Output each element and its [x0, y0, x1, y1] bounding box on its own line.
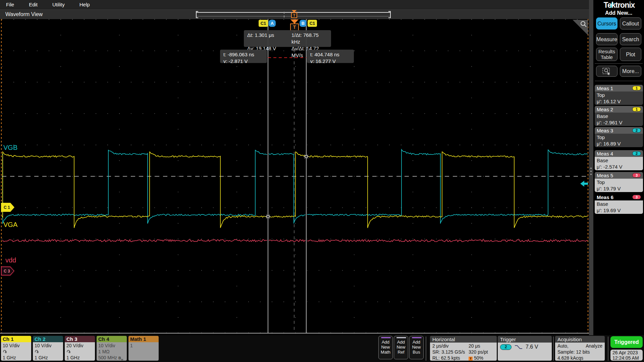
meas-2-chip[interactable]: Meas 21 Baseμ': -2.961 V	[595, 106, 643, 126]
add-new-ref-button[interactable]: Add New Ref	[394, 336, 408, 359]
channel-3-badge[interactable]: Ch 3 20 V/div 1 GHz	[65, 336, 95, 361]
divider-drag-handle[interactable]	[590, 168, 592, 175]
waveform-canvas	[0, 19, 589, 333]
meas-4-chip[interactable]: Meas 42 Baseμ': -2.574 V	[595, 150, 643, 170]
add-new-bus-button[interactable]: Add New Bus	[409, 336, 424, 359]
channel-2-badge[interactable]: Ch 2 10 V/div 1 GHz	[33, 336, 63, 361]
cursor-a-source-badge[interactable]: C1	[259, 20, 268, 27]
menu-bar: File Edit Utility Help	[0, 0, 589, 9]
panel-divider	[589, 0, 593, 335]
add-new-heading: Add New...	[593, 10, 644, 16]
inverse-delta-t: 1/Δt: 768.75 kHz	[291, 32, 328, 45]
trigger-panel[interactable]: Trigger 2 7.6 V	[498, 336, 552, 361]
zoom-select-icon	[602, 68, 611, 75]
probe-icon	[35, 349, 39, 353]
magnifier-icon	[580, 20, 587, 28]
meas-5-chip[interactable]: Meas 53 Topμ': 19.79 V	[595, 172, 643, 192]
meas-1-source-badge: 1	[632, 86, 641, 90]
trace-label-vdd: vdd	[5, 256, 16, 264]
trigger-level-value: 7.6 V	[526, 344, 538, 350]
cursor-b-voltage: v: 16.277 V	[310, 58, 351, 65]
trigger-source-badge: 2	[500, 344, 512, 350]
datetime-chip: 26 Apr 2023 12:24:05 AM	[610, 350, 643, 361]
meas-6-chip[interactable]: Meas 63 Baseμ': 19.69 V	[595, 194, 643, 214]
results-table-button[interactable]: Results Table	[596, 48, 618, 61]
callout-button[interactable]: Callout	[620, 17, 641, 29]
ruler-trigger-marker[interactable]: T	[291, 10, 298, 19]
tektronix-logo: Tektronix	[596, 1, 642, 9]
ch3-handle-badge[interactable]: C 3	[1, 266, 14, 276]
cursor-a-readout: t: -896.063 ns v: -2.871 V	[220, 50, 267, 63]
add-new-math-button[interactable]: Add New Math	[378, 336, 393, 359]
meas-3-chip[interactable]: Meas 32 Topμ': 16.89 V	[595, 127, 643, 147]
oscilloscope-app: File Edit Utility Help Waveform View T T…	[0, 0, 644, 362]
cursor-a-voltage: v: -2.871 V	[223, 58, 264, 65]
delta-t: Δt: 1.301 μs	[247, 32, 287, 45]
ruler-cursor-a-mark	[284, 12, 284, 17]
trace-label-vgb: VGB	[3, 144, 17, 152]
meas-3-source-badge: 2	[632, 128, 641, 133]
probe-icon	[3, 349, 7, 353]
ch1-handle-badge[interactable]: C 1	[1, 203, 14, 212]
meas-4-source-badge: 2	[632, 151, 641, 156]
ruler-right-bracket	[388, 11, 391, 18]
meas-5-source-badge: 3	[632, 173, 641, 178]
probe-icon	[66, 349, 71, 353]
right-sidebar: Tektronix Add New... Cursors Callout Mea…	[593, 0, 644, 362]
date-label: 26 Apr 2023	[612, 350, 643, 355]
plot-bottom-separator	[0, 333, 589, 334]
cursors-button[interactable]: Cursors	[596, 17, 618, 29]
meas-6-source-badge: 3	[632, 195, 641, 199]
plot-button[interactable]: Plot	[620, 48, 641, 61]
cursor-b-badge[interactable]: B	[300, 20, 307, 27]
cursor-delta-readout: Δt: 1.301 μs 1/Δt: 768.75 kHz Δv: 19.148…	[244, 30, 331, 47]
bottom-bar: Ch 1 10 V/div 1 GHz Ch 2 10 V/div 1 GHz …	[0, 335, 644, 362]
time-label: 12:24:05 AM	[612, 355, 643, 361]
menu-utility[interactable]: Utility	[52, 2, 65, 7]
ruler-left-bracket	[196, 11, 198, 18]
zoom-select-button[interactable]	[596, 66, 618, 77]
cursor-b-source-badge[interactable]: C1	[308, 20, 317, 27]
channel-1-badge[interactable]: Ch 1 10 V/div 1 GHz	[1, 336, 31, 361]
cursor-b-time: t: 404.748 ns	[310, 51, 351, 58]
more-button[interactable]: More...	[620, 66, 641, 77]
meas-1-chip[interactable]: Meas 11 Topμ': 16.12 V	[595, 85, 643, 105]
view-title: Waveform View	[5, 11, 43, 17]
draw-a-box-zoom-button[interactable]	[573, 20, 588, 35]
bandwidth-limit-icon: Bw	[118, 356, 123, 360]
channel-4-badge[interactable]: Ch 4 10 V/div 1 MΩ 500 MHz Bw	[97, 336, 127, 361]
search-button[interactable]: Search	[620, 33, 641, 45]
trace-label-vga: VGA	[3, 221, 17, 229]
measure-button[interactable]: Measure	[596, 33, 618, 45]
meas-2-source-badge: 1	[632, 107, 641, 112]
menu-edit[interactable]: Edit	[29, 2, 38, 7]
cursor-a-badge[interactable]: A	[269, 20, 276, 27]
menu-help[interactable]: Help	[79, 2, 90, 7]
acquisition-panel[interactable]: Acquisition Auto,Analyze Sample: 12 bits…	[555, 336, 605, 361]
menu-file[interactable]: File	[6, 2, 14, 7]
horizontal-panel[interactable]: Horizontal 2 μs/div20 μs SR: 3.125 GS/s3…	[430, 336, 497, 361]
cursor-a-time: t: -896.063 ns	[223, 51, 264, 58]
math-1-badge[interactable]: Math 1 1	[128, 336, 159, 361]
waveform-plot[interactable]	[0, 19, 589, 333]
triggered-status-badge: Triggered	[610, 336, 643, 348]
trigger-position-icon: T	[469, 357, 473, 361]
falling-edge-icon	[515, 345, 523, 350]
cursor-b-readout: t: 404.748 ns v: 16.277 V	[307, 50, 354, 63]
